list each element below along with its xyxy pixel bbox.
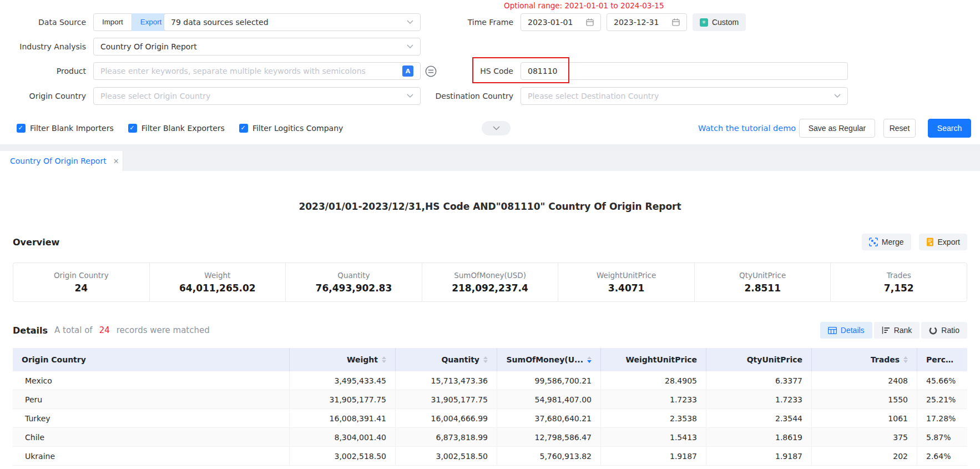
cell-trades: 1550 [812, 390, 917, 409]
filter-blank-exporters-checkbox[interactable]: Filter Blank Exporters [128, 124, 225, 133]
column-header-quantity[interactable]: Quantity [396, 348, 497, 371]
filter-logistics-company-checkbox[interactable]: Filter Logitics Company [239, 124, 343, 133]
origin-country-select[interactable]: Please select Origin Country [93, 87, 421, 105]
column-header-label: Quantity [441, 355, 479, 364]
sort-asc-caret [587, 356, 592, 359]
start-date-input[interactable]: 2023-01-01 [521, 13, 601, 31]
sort-carets[interactable] [587, 356, 592, 363]
search-button[interactable]: Search [928, 119, 971, 138]
ratio-donut-icon [929, 326, 937, 335]
checkbox-label: Filter Blank Exporters [142, 124, 225, 133]
chevron-down-icon [493, 126, 500, 130]
end-date-input[interactable]: 2023-12-31 [607, 13, 687, 31]
stat-value: 2.8511 [744, 283, 781, 294]
time-frame-label: Time Frame [421, 13, 513, 31]
overview-stats: Origin Country24Weight64,011,265.02Quant… [13, 263, 967, 302]
search-filter-panel: Optional range: 2021-01-01 to 2024-03-15… [0, 0, 980, 144]
cell-origin-country: Peru [13, 390, 290, 409]
table-body: Mexico3,495,433.4515,713,473.3699,586,70… [13, 371, 967, 466]
data-sources-select-value: 79 data sources selected [171, 18, 402, 27]
start-date-value: 2023-01-01 [528, 18, 582, 27]
product-keywords-input[interactable]: Please enter keywords, separate multiple… [93, 62, 421, 80]
sort-asc-caret [382, 356, 386, 359]
tutorial-demo-link[interactable]: Watch the tutorial demo [698, 119, 796, 138]
custom-timeframe-button[interactable]: ✳ Custom [693, 13, 746, 31]
cell-trades: 1061 [812, 409, 917, 427]
chevron-down-icon [834, 94, 841, 98]
stat-qtyunitprice: QtyUnitPrice2.8511 [694, 263, 831, 301]
sort-carets[interactable] [903, 356, 908, 363]
cell-trades: 375 [812, 428, 917, 446]
cell-weight: 31,905,177.75 [290, 390, 396, 409]
merge-button[interactable]: Merge [862, 234, 911, 250]
sort-desc-caret [382, 360, 386, 363]
column-header-weight[interactable]: Weight [290, 348, 396, 371]
expand-filters-button[interactable] [482, 121, 511, 135]
import-toggle-button[interactable]: Import [93, 13, 132, 31]
stat-origin-country: Origin Country24 [13, 263, 149, 301]
cell-weight: 3,002,518.50 [290, 447, 396, 465]
cell-sumofmoney-u: 37,680,640.21 [497, 409, 601, 427]
hs-code-input[interactable]: 081110 [521, 62, 848, 80]
column-header-label: Percenta... [926, 355, 958, 364]
column-header-trades[interactable]: Trades [812, 348, 917, 371]
close-icon[interactable]: ✕ [113, 157, 119, 165]
column-header-origin-country: Origin Country [13, 348, 290, 371]
filter-blank-importers-checkbox[interactable]: Filter Blank Importers [17, 124, 114, 133]
cell-weightunitprice: 2.3538 [601, 409, 706, 427]
cell-quantity: 6,873,818.99 [396, 428, 497, 446]
cell-sumofmoney-u: 54,981,407.00 [497, 390, 601, 409]
view-rank-button[interactable]: Rank [874, 322, 920, 339]
stat-label: Weight [204, 271, 230, 280]
column-header-label: Trades [871, 355, 900, 364]
tab-country-of-origin-report[interactable]: Country Of Origin Report ✕ [0, 151, 123, 171]
data-sources-select[interactable]: 79 data sources selected [164, 13, 421, 31]
total-count: 24 [99, 325, 110, 335]
filter-checkbox-row: Filter Blank Importers Filter Blank Expo… [17, 119, 343, 138]
stat-weightunitprice: WeightUnitPrice3.4071 [558, 263, 694, 301]
hs-code-label: HS Code [421, 62, 513, 80]
view-details-button[interactable]: Details [820, 322, 872, 339]
table-icon [828, 327, 837, 334]
view-rank-label: Rank [894, 326, 912, 335]
custom-grid-icon: ✳ [700, 18, 708, 27]
destination-country-select[interactable]: Please select Destination Country [521, 87, 848, 105]
cell-quantity: 3,002,518.50 [396, 447, 497, 465]
view-ratio-label: Ratio [941, 326, 959, 335]
table-header-row: Origin CountryWeightQuantitySumOfMoney(U… [13, 348, 967, 371]
end-date-value: 2023-12-31 [614, 18, 668, 27]
stat-label: WeightUnitPrice [597, 271, 656, 280]
export-file-icon [926, 238, 934, 246]
column-header-weightunitprice: WeightUnitPrice [601, 348, 706, 371]
sort-carets[interactable] [483, 356, 488, 363]
reset-button[interactable]: Reset [883, 119, 916, 138]
calendar-icon[interactable] [586, 18, 594, 26]
details-table: Origin CountryWeightQuantitySumOfMoney(U… [13, 348, 967, 466]
translate-icon[interactable]: A [402, 65, 413, 77]
sort-carets[interactable] [382, 356, 386, 363]
cell-quantity: 16,004,666.99 [396, 409, 497, 427]
cell-origin-country: Mexico [13, 371, 290, 390]
cell-qtyunitprice: 1.8619 [706, 428, 812, 446]
calendar-icon[interactable] [672, 18, 680, 26]
stat-sumofmoney-usd: SumOfMoney(USD)218,092,237.4 [422, 263, 558, 301]
export-button[interactable]: Export [919, 234, 967, 250]
column-header-label: QtyUnitPrice [747, 355, 802, 364]
save-as-regular-button[interactable]: Save as Regular [799, 119, 875, 138]
stat-value: 7,152 [884, 283, 914, 294]
cell-percenta: 5.87% [917, 428, 967, 446]
cell-percenta: 2.64% [917, 447, 967, 465]
column-header-sumofmoney-u[interactable]: SumOfMoney(U... [497, 348, 601, 371]
cell-trades: 2408 [812, 371, 917, 390]
page: Optional range: 2021-01-01 to 2024-03-15… [0, 0, 980, 469]
cell-origin-country: Ukraine [13, 447, 290, 465]
sort-desc-caret [483, 360, 488, 363]
cell-sumofmoney-u: 12,798,586.47 [497, 428, 601, 446]
tab-title: Country Of Origin Report [10, 157, 107, 165]
stat-label: QtyUnitPrice [739, 271, 786, 280]
industry-analysis-select[interactable]: Country Of Origin Report [93, 38, 421, 56]
table-row-mexico: Mexico3,495,433.4515,713,473.3699,586,70… [13, 371, 967, 390]
report-title: 2023/01/01-2023/12/31,HS Code AND"081110… [0, 171, 980, 212]
view-ratio-button[interactable]: Ratio [921, 322, 967, 339]
cell-weightunitprice: 1.5413 [601, 428, 706, 446]
